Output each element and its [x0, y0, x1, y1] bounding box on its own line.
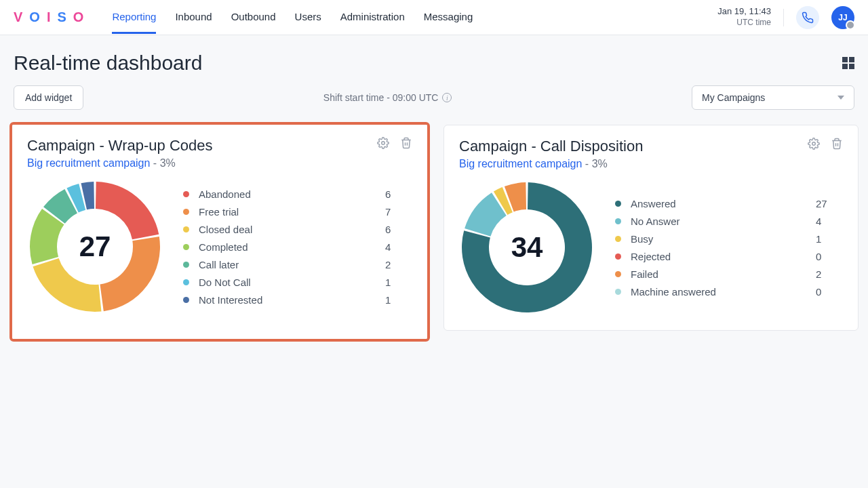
- campaign-link[interactable]: Big recruitment campaign: [27, 157, 150, 169]
- page-header: Real-time dashboard: [0, 35, 868, 85]
- trash-icon[interactable]: [831, 138, 843, 150]
- legend-label: Call later: [199, 259, 385, 270]
- legend-label: Closed deal: [199, 224, 385, 235]
- widget-subtitle: Big recruitment campaign - 3%: [459, 158, 643, 170]
- legend-row: Closed deal6: [183, 220, 412, 238]
- legend-value: 1: [385, 277, 412, 288]
- gear-icon[interactable]: [377, 137, 389, 149]
- legend-value: 4: [816, 216, 843, 227]
- legend-label: Machine answered: [631, 286, 816, 298]
- widget-body: 27 Abandoned6Free trial7Closed deal6Comp…: [27, 179, 412, 314]
- page-title: Real-time dashboard: [14, 52, 202, 75]
- trash-icon[interactable]: [400, 137, 412, 149]
- logo: VOISO: [14, 9, 87, 25]
- campaign-select-value: My Campaigns: [702, 92, 765, 103]
- campaign-select[interactable]: My Campaigns: [692, 85, 854, 110]
- widget-subtitle: Big recruitment campaign - 3%: [27, 157, 213, 169]
- chevron-down-icon: [837, 96, 844, 100]
- widget-title-row: Campaign - Wrap-up Codes Big recruitment…: [27, 137, 412, 169]
- legend-dot: [615, 253, 621, 260]
- legend-value: 2: [385, 259, 412, 270]
- legend-label: Do Not Call: [199, 277, 385, 288]
- widget-wrapup-codes-highlight: Campaign - Wrap-up Codes Big recruitment…: [9, 122, 430, 342]
- legend-dot: [615, 201, 621, 207]
- legend-row: Free trial7: [183, 203, 412, 220]
- legend-value: 1: [816, 233, 843, 245]
- legend-label: Rejected: [631, 251, 816, 262]
- datetime: Jan 19, 11:43 UTC time: [717, 6, 771, 28]
- layout-grid-icon[interactable]: [842, 57, 854, 69]
- widget-title: Campaign - Call Disposition: [459, 138, 643, 155]
- legend-label: Answered: [631, 198, 816, 209]
- legend-dot: [183, 209, 189, 215]
- legend-row: Machine answered0: [615, 283, 843, 300]
- donut-chart: 27: [27, 179, 163, 314]
- legend-label: Free trial: [199, 206, 385, 218]
- legend-row: Do Not Call1: [183, 273, 412, 291]
- shift-time-label: Shift start time - 09:00 UTC i: [97, 92, 678, 103]
- widget-call-disposition-wrap: Campaign - Call Disposition Big recruitm…: [441, 122, 861, 342]
- app-header: VOISO Reporting Inbound Outbound Users A…: [0, 0, 868, 35]
- legend-label: Failed: [631, 268, 816, 280]
- legend-value: 1: [385, 294, 412, 306]
- svg-point-0: [382, 142, 385, 145]
- legend-row: Completed4: [183, 238, 412, 256]
- legend-value: 27: [816, 198, 843, 209]
- legend-dot: [183, 279, 189, 285]
- legend-row: Not Interested1: [183, 291, 412, 308]
- legend-row: Answered27: [615, 195, 843, 212]
- legend-row: Busy1: [615, 230, 843, 247]
- legend-row: Abandoned6: [183, 185, 412, 203]
- widgets-row: Campaign - Wrap-up Codes Big recruitment…: [0, 122, 868, 342]
- nav-outbound[interactable]: Outbound: [231, 1, 276, 34]
- add-widget-button[interactable]: Add widget: [14, 85, 83, 110]
- widget-actions: [377, 137, 412, 149]
- legend-label: Busy: [631, 233, 816, 245]
- nav-reporting[interactable]: Reporting: [112, 1, 156, 34]
- legend-row: Call later2: [183, 256, 412, 273]
- shift-text: Shift start time - 09:00 UTC: [323, 92, 439, 103]
- widget-title: Campaign - Wrap-up Codes: [27, 137, 213, 155]
- legend-row: Failed2: [615, 265, 843, 283]
- nav-inbound[interactable]: Inbound: [175, 1, 212, 34]
- svg-point-1: [812, 142, 816, 146]
- gear-icon[interactable]: [808, 138, 820, 150]
- legend-value: 4: [385, 241, 412, 253]
- widget-call-disposition: Campaign - Call Disposition Big recruitm…: [443, 125, 859, 331]
- donut-chart: 34: [459, 180, 595, 315]
- legend-dot: [183, 191, 189, 197]
- tz-label: UTC time: [717, 18, 771, 28]
- legend-label: Completed: [199, 241, 385, 253]
- legend-label: Not Interested: [199, 294, 385, 306]
- widget-actions: [808, 138, 843, 150]
- nav-administration[interactable]: Administration: [340, 1, 405, 34]
- legend: Abandoned6Free trial7Closed deal6Complet…: [183, 185, 412, 308]
- nav-messaging[interactable]: Messaging: [424, 1, 473, 34]
- legend-dot: [615, 236, 621, 242]
- legend: Answered27No Answer4Busy1Rejected0Failed…: [615, 195, 843, 300]
- widget-body: 34 Answered27No Answer4Busy1Rejected0Fai…: [459, 180, 843, 315]
- campaign-link[interactable]: Big recruitment campaign: [459, 158, 582, 169]
- widget-title-row: Campaign - Call Disposition Big recruitm…: [459, 138, 843, 170]
- legend-value: 6: [385, 188, 412, 200]
- legend-dot: [183, 226, 189, 232]
- legend-dot: [183, 262, 189, 268]
- legend-value: 2: [816, 268, 843, 280]
- avatar[interactable]: JJ: [831, 6, 854, 29]
- legend-value: 0: [816, 286, 843, 298]
- info-icon[interactable]: i: [442, 93, 452, 102]
- legend-value: 7: [385, 206, 412, 218]
- legend-dot: [615, 289, 621, 295]
- legend-value: 6: [385, 224, 412, 235]
- phone-icon[interactable]: [796, 6, 819, 29]
- legend-row: Rejected0: [615, 247, 843, 265]
- divider: [783, 9, 784, 26]
- main-nav: Reporting Inbound Outbound Users Adminis…: [112, 1, 473, 34]
- date-label: Jan 19, 11:43: [717, 6, 771, 18]
- nav-users[interactable]: Users: [295, 1, 321, 34]
- header-right: Jan 19, 11:43 UTC time JJ: [717, 6, 854, 29]
- legend-dot: [183, 297, 189, 303]
- legend-row: No Answer4: [615, 212, 843, 230]
- subtitle-suffix: - 3%: [582, 158, 607, 169]
- subtitle-suffix: - 3%: [150, 157, 175, 169]
